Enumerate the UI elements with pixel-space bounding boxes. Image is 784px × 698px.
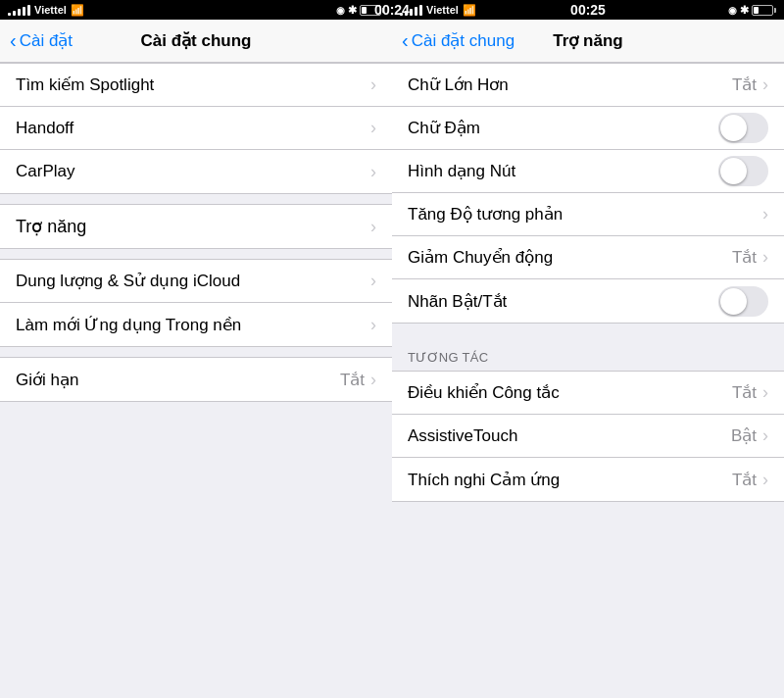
tuongtac-label: TƯƠNG TÁC [408, 350, 489, 365]
hinhdang-toggle-thumb [720, 158, 747, 184]
lammoi-chevron: › [370, 315, 376, 335]
right-item-giamchuyendong[interactable]: Giảm Chuyển động Tắt › [392, 236, 784, 279]
assistive-chevron: › [762, 425, 768, 446]
right-item-assistive[interactable]: AssistiveTouch Bật › [392, 415, 784, 458]
left-nav-bar: ‹ Cài đặt Cài đặt chung [0, 20, 392, 63]
left-list-group-1: Tìm kiếm Spotlight › Handoff › CarPlay › [0, 63, 392, 194]
tuongtac-section-header: TƯƠNG TÁC [392, 333, 784, 371]
chudm-label: Chữ Đậm [408, 118, 718, 138]
handoff-label: Handoff [16, 119, 370, 138]
list-item-lammoi[interactable]: Làm mới Ứng dụng Trong nền › [0, 303, 392, 346]
left-list-group-4: Giới hạn Tắt › [0, 357, 392, 402]
time-label: 00:24 [374, 2, 392, 18]
right-item-chudm[interactable]: Chữ Đậm [392, 107, 784, 150]
right-back-label: Cài đặt chung [412, 30, 514, 51]
nhanbattat-toggle[interactable] [718, 286, 768, 317]
carplay-label: CarPlay [16, 162, 370, 181]
dunglucng-chevron: › [370, 271, 376, 291]
right-location-icon: ◉ [728, 5, 737, 16]
assistive-value: Bật [731, 425, 757, 446]
nhanbattat-label: Nhãn Bật/Tắt [408, 291, 718, 312]
carplay-chevron: › [370, 162, 376, 182]
right-time-label: 00:25 [570, 2, 606, 18]
right-item-thichnghi[interactable]: Thích nghi Cảm ứng Tắt › [392, 458, 784, 501]
giamchuyendong-label: Giảm Chuyển động [408, 247, 732, 268]
wifi-icon: 📶 [71, 4, 84, 17]
signal-icon [8, 5, 30, 16]
dieukhinh-label: Điều khiển Công tắc [408, 382, 732, 403]
right-list-group-2: Điều khiển Công tắc Tắt › AssistiveTouch… [392, 371, 784, 502]
spotlight-label: Tìm kiếm Spotlight [16, 75, 370, 95]
assistive-label: AssistiveTouch [408, 426, 731, 446]
right-item-hinhdang[interactable]: Hình dạng Nút [392, 150, 784, 193]
left-back-chevron: ‹ [10, 29, 17, 52]
list-item-tronang[interactable]: Trợ năng › [0, 205, 392, 248]
giamchuyendong-chevron: › [762, 247, 768, 268]
list-item-dunglucng[interactable]: Dung lượng & Sử dụng iCloud › [0, 260, 392, 303]
left-panel: Viettel 📶 00:24 ◉ ✱ ‹ Cài đặt Cài đặt ch… [0, 0, 392, 698]
left-nav-title: Cài đặt chung [141, 30, 252, 51]
tronang-label: Trợ năng [16, 216, 370, 237]
list-item-spotlight[interactable]: Tìm kiếm Spotlight › [0, 64, 392, 107]
tangdo-chevron: › [762, 204, 768, 224]
chulonnhon-label: Chữ Lớn Hơn [408, 75, 732, 95]
right-item-chulonnhon[interactable]: Chữ Lớn Hơn Tắt › [392, 64, 784, 107]
thichnghi-chevron: › [762, 470, 768, 490]
carrier-label: Viettel [34, 4, 67, 16]
thichnghi-value: Tắt [732, 470, 757, 490]
right-back-chevron: ‹ [402, 29, 409, 52]
giamchuyendong-value: Tắt [732, 247, 757, 268]
location-icon: ◉ [336, 5, 345, 16]
spotlight-chevron: › [370, 75, 376, 95]
right-list-group-1: Chữ Lớn Hơn Tắt › Chữ Đậm Hình dạng Nút … [392, 63, 784, 324]
right-panel: Viettel 📶 00:25 ◉ ✱ ‹ Cài đặt chung Trợ … [392, 0, 784, 698]
list-item-carplay[interactable]: CarPlay › [0, 150, 392, 193]
right-item-tangdo[interactable]: Tăng Độ tương phản › [392, 193, 784, 236]
right-item-nhanbattat[interactable]: Nhãn Bật/Tắt [392, 279, 784, 323]
chudm-toggle[interactable] [718, 113, 768, 143]
dunglucng-label: Dung lượng & Sử dụng iCloud [16, 271, 370, 291]
tangdo-label: Tăng Độ tương phản [408, 204, 762, 224]
right-back-button[interactable]: ‹ Cài đặt chung [402, 29, 514, 52]
hinhdang-label: Hình dạng Nút [408, 161, 718, 181]
chulonnhon-value: Tắt [732, 75, 757, 95]
right-nav-title: Trợ năng [553, 30, 622, 51]
thichnghi-label: Thích nghi Cảm ứng [408, 470, 732, 490]
left-list-group-3: Dung lượng & Sử dụng iCloud › Làm mới Ứn… [0, 259, 392, 347]
lammoi-label: Làm mới Ứng dụng Trong nền [16, 315, 370, 335]
right-item-dieukhinh[interactable]: Điều khiển Công tắc Tắt › [392, 372, 784, 415]
chudm-toggle-thumb [720, 115, 747, 141]
nhanbattat-toggle-thumb [720, 288, 747, 315]
left-status-bar: Viettel 📶 00:24 ◉ ✱ [0, 0, 392, 20]
dieukhinh-value: Tắt [732, 382, 757, 403]
left-list-group-2: Trợ năng › [0, 204, 392, 249]
list-item-handoff[interactable]: Handoff › [0, 107, 392, 150]
right-bluetooth-icon: ✱ [740, 4, 749, 17]
left-back-label: Cài đặt [20, 30, 73, 51]
dieukhinh-chevron: › [762, 382, 768, 403]
chulonnhon-chevron: › [762, 75, 768, 95]
right-wifi-icon: 📶 [463, 4, 476, 17]
right-carrier-label: Viettel [426, 4, 459, 16]
gioihan-value: Tắt [340, 370, 365, 390]
gioihan-chevron: › [370, 370, 376, 390]
right-battery-icon [752, 5, 776, 16]
gioihan-label: Giới hạn [16, 370, 340, 390]
right-nav-bar: ‹ Cài đặt chung Trợ năng [392, 20, 784, 63]
hinhdang-toggle[interactable] [718, 156, 768, 186]
handoff-chevron: › [370, 118, 376, 138]
bluetooth-icon: ✱ [348, 4, 357, 17]
tronang-chevron: › [370, 217, 376, 237]
list-item-gioi-han[interactable]: Giới hạn Tắt › [0, 358, 392, 401]
left-back-button[interactable]: ‹ Cài đặt [10, 29, 73, 52]
right-content: Chữ Lớn Hơn Tắt › Chữ Đậm Hình dạng Nút … [392, 63, 784, 698]
left-content: Tìm kiếm Spotlight › Handoff › CarPlay ›… [0, 63, 392, 698]
right-status-bar: Viettel 📶 00:25 ◉ ✱ [392, 0, 784, 20]
